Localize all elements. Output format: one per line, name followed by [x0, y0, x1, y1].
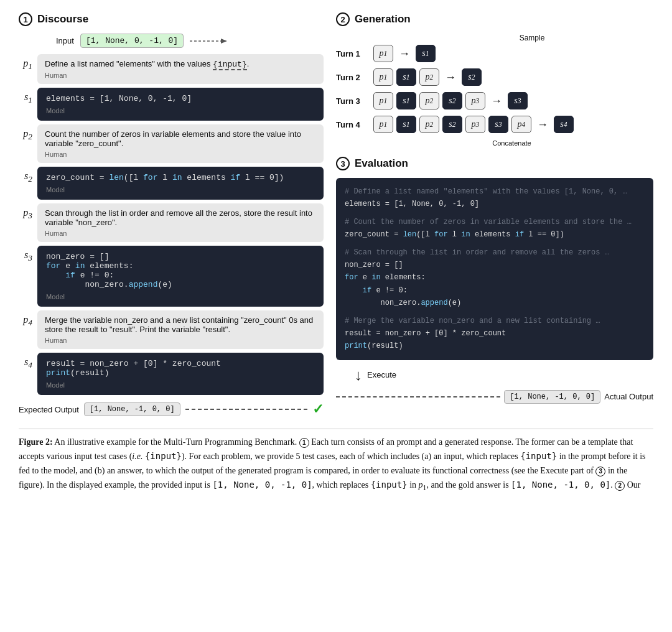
eval-line12: print(result) [345, 340, 645, 352]
s4-label: s4 [19, 353, 37, 370]
checkmark-icon: ✓ [312, 401, 324, 417]
s2-label: s2 [19, 167, 37, 184]
turn3-p2: p2 [419, 92, 439, 109]
eval-line9: non_zero.append(e) [345, 297, 645, 309]
discourse-panel: 1 Discourse Input [1, None, 0, -1, 0] p1… [19, 12, 324, 417]
discourse-s3-row: s3 non_zero = [] for e in elements: if e… [19, 246, 324, 307]
input-placeholder: {input} [213, 60, 247, 70]
caption-code-input2: {input} [520, 451, 557, 461]
turn2-p1: p1 [373, 68, 393, 86]
execute-label: Execute [367, 370, 396, 379]
p4-bubble: Merge the variable non_zero and a new li… [37, 310, 324, 349]
evaluation-circle-num: 3 [336, 157, 350, 170]
s3-line3: if e != 0: [46, 271, 315, 280]
turn4-s4: s4 [554, 116, 574, 133]
s3-code: non_zero = [] for e in elements: if e !=… [37, 246, 324, 307]
turn4-s3: s3 [488, 116, 508, 133]
turn1-arrow: → [399, 47, 410, 60]
caption-gold-answer: [1, None, -1, 0, 0] [511, 480, 610, 490]
sample-label: Sample [411, 34, 653, 42]
caption-code-input3: {input} [371, 480, 408, 490]
turn2-row: Turn 2 p1 s1 p2 → s2 [336, 68, 653, 86]
svg-marker-1 [221, 39, 227, 44]
figure-caption: Figure 2: An illustrative example for th… [19, 429, 653, 495]
discourse-s4-row: s4 result = non_zero + [0] * zero_count … [19, 353, 324, 395]
eval-line4: zero_count = len([l for l in elements if… [345, 228, 645, 241]
eval-line11: result = non_zero + [0] * zero_count [345, 327, 645, 340]
turn4-p4: p4 [511, 116, 531, 133]
actual-dotted-left [336, 396, 500, 397]
turn4-arrow: → [537, 118, 548, 131]
p2-role: Human [45, 151, 316, 158]
turn3-s2: s2 [442, 92, 462, 109]
eval-line3: # Count the number of zeros in variable … [345, 216, 645, 228]
eval-gap3 [345, 310, 645, 315]
p1-bubble: Define a list named "elements" with the … [37, 54, 324, 84]
s1-role: Model [46, 107, 315, 114]
s4-line2: print(result) [46, 368, 315, 378]
s3-line1: non_zero = [] [46, 252, 315, 261]
right-panel: 2 Generation Sample Turn 1 p1 → s1 Turn … [336, 12, 653, 417]
turn4-label: Turn 4 [336, 120, 370, 129]
generation-section: 2 Generation Sample Turn 1 p1 → s1 Turn … [336, 12, 653, 147]
eval-line8: if e != 0: [345, 284, 645, 297]
input-value: [1, None, 0, -1, 0] [80, 34, 184, 48]
concatenate-label: Concatenate [370, 139, 653, 147]
turn3-p3: p3 [465, 92, 485, 109]
turn1-s1: s1 [416, 45, 436, 62]
discourse-s2-row: s2 zero_count = len([l for l in elements… [19, 167, 324, 200]
s3-role: Model [46, 293, 315, 300]
actual-output-row: [1, None, -1, 0, 0] Actual Output [336, 390, 653, 404]
turn2-s2: s2 [462, 68, 482, 86]
s4-role: Model [46, 381, 315, 389]
s4-code: result = non_zero + [0] * zero_count pri… [37, 353, 324, 395]
turn2-p2: p2 [419, 68, 439, 86]
generation-title: 2 Generation [336, 12, 653, 26]
p2-label: p2 [19, 124, 37, 142]
s3-label: s3 [19, 246, 37, 263]
caption-circle3: 3 [595, 467, 605, 476]
p2-bubble: Count the number of zeros in variable el… [37, 124, 324, 163]
discourse-p3-row: p3 Scan through the list in order and re… [19, 203, 324, 242]
p1-label: p1 [19, 54, 37, 72]
actual-output-label: Actual Output [604, 392, 653, 401]
discourse-p2-row: p2 Count the number of zeros in variable… [19, 124, 324, 163]
p4-role: Human [45, 337, 316, 344]
expected-output-value: [1, None, -1, 0, 0] [84, 402, 180, 416]
dotted-arrow-right [190, 36, 227, 46]
input-label: Input [56, 36, 74, 45]
turn4-s1: s1 [396, 116, 416, 133]
s2-role: Model [46, 186, 315, 193]
actual-output-value: [1, None, -1, 0, 0] [504, 390, 600, 404]
turn4-p3: p3 [465, 116, 485, 133]
turn2-arrow: → [445, 71, 456, 84]
eval-line2: elements = [1, None, 0, -1, 0] [345, 198, 645, 210]
eval-gap2 [345, 241, 645, 246]
evaluation-section: 3 Evaluation # Define a list named "elem… [336, 157, 653, 404]
eval-code-block: # Define a list named "elements" with th… [336, 178, 653, 360]
turn3-row: Turn 3 p1 s1 p2 s2 p3 → s3 [336, 92, 653, 109]
expected-output-row: Expected Output [1, None, -1, 0, 0] ✓ [19, 401, 324, 417]
caption-input-example: [1, None, 0, -1, 0] [212, 480, 312, 490]
turn2-s1: s1 [396, 68, 416, 86]
discourse-p1-row: p1 Define a list named "elements" with t… [19, 54, 324, 84]
turn2-label: Turn 2 [336, 73, 370, 82]
turn4-p1: p1 [373, 116, 393, 133]
discourse-title: 1 Discourse [19, 12, 324, 26]
turn3-label: Turn 3 [336, 96, 370, 106]
turn4-s2: s2 [442, 116, 462, 133]
turn1-row: Turn 1 p1 → s1 [336, 45, 653, 62]
turn3-s1: s1 [396, 92, 416, 109]
p3-label: p3 [19, 203, 37, 221]
turn4-row: Turn 4 p1 s1 p2 s2 p3 s3 p4 → s4 [336, 116, 653, 133]
figure-caption-bold: Figure 2: [19, 437, 53, 447]
p3-role: Human [45, 230, 316, 237]
turn3-arrow: → [491, 95, 502, 108]
caption-circle1: 1 [299, 438, 309, 448]
eval-gap1 [345, 211, 645, 216]
s4-line1: result = non_zero + [0] * zero_count [46, 359, 315, 368]
eval-line1: # Define a list named "elements" with th… [345, 185, 645, 198]
s3-line2: for e in elements: [46, 261, 315, 271]
turn1-p1: p1 [373, 45, 393, 62]
down-arrow-icon: ↓ [355, 368, 362, 383]
